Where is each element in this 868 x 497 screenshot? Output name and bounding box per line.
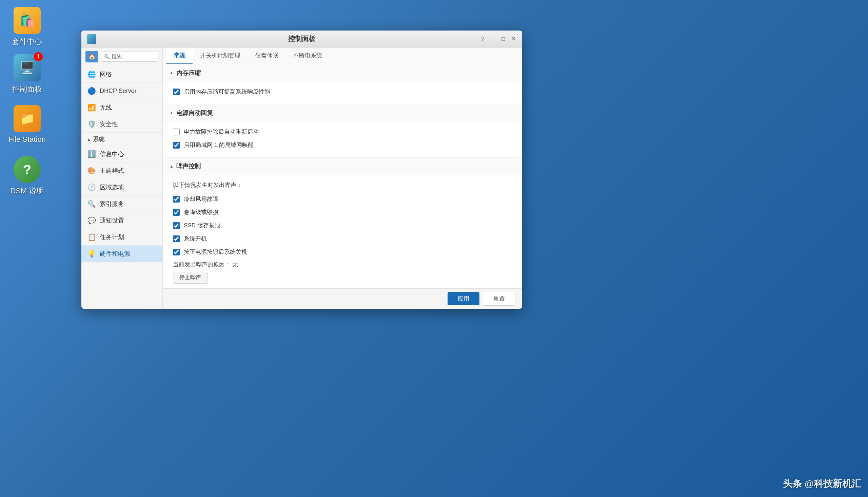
section-memory-header[interactable]: ▲ 内存压缩	[163, 64, 522, 82]
index-service-icon: 🔍	[87, 199, 96, 209]
sidebar-item-region-label: 区域选项	[100, 183, 124, 191]
sidebar-item-wireless-label: 无线	[100, 103, 112, 112]
control-panel-badge: 1	[34, 52, 43, 61]
memory-section-title: 内存压缩	[176, 69, 201, 77]
minimize-button[interactable]: ─	[490, 36, 496, 42]
dsm-help-icon: ?	[14, 156, 41, 183]
checkbox-enable-compression-label: 启用内存压缩可提高系统响应性能	[184, 88, 270, 96]
sidebar-item-notify[interactable]: 💬 通知设置	[82, 212, 162, 229]
beep-section-title: 哔声控制	[176, 162, 201, 170]
sidebar-item-dhcp[interactable]: 🔵 DHCP Server	[82, 83, 162, 99]
reset-button[interactable]: 重置	[483, 292, 515, 306]
sidebar-item-security-label: 安全性	[100, 120, 118, 128]
titlebar: 控制面板 ? ─ □ ✕	[82, 30, 522, 47]
memory-section-body: 启用内存压缩可提高系统响应性能	[163, 82, 522, 104]
checkbox-auto-restart-input[interactable]	[173, 129, 180, 136]
sidebar-item-region[interactable]: 🕐 区域选项	[82, 179, 162, 196]
section-beep-header[interactable]: ▲ 哔声控制	[163, 157, 522, 175]
sidebar: 🏠 🔍 🌐 网络 🔵 DHCP Server 📶 无线 🛡️	[82, 47, 163, 309]
region-icon: 🕐	[87, 183, 96, 192]
security-icon: 🛡️	[87, 119, 96, 129]
theme-icon: 🎨	[87, 166, 96, 175]
main-content: 常规 开关机计划管理 硬盘休眠 不断电系统 ▲ 内存压缩 启用内存压缩可	[163, 47, 522, 309]
sidebar-item-task[interactable]: 📋 任务计划	[82, 229, 162, 246]
dhcp-icon: 🔵	[87, 86, 96, 96]
current-beep-value: 无	[232, 261, 238, 268]
package-center-label: 套件中心	[12, 37, 42, 47]
checkbox-system-startup-label: 系统开机	[184, 235, 207, 243]
checkbox-enable-compression-input[interactable]	[173, 88, 180, 95]
search-input[interactable]	[111, 53, 155, 60]
checkbox-fan-fail-label: 冷却风扇故障	[184, 195, 218, 203]
sidebar-item-network-label: 网络	[100, 70, 112, 79]
notify-icon: 💬	[87, 216, 96, 225]
checkbox-volume-degrade: 卷降级或毁损	[173, 205, 512, 219]
power-section-arrow-icon: ▲	[170, 111, 174, 115]
tabs-bar: 常规 开关机计划管理 硬盘休眠 不断电系统	[163, 47, 522, 64]
task-icon: 📋	[87, 232, 96, 242]
checkbox-auto-restart: 电力故障排除后自动重新启动	[173, 125, 512, 138]
beep-section-body: 以下情况发生时发出哔声： 冷却风扇故障 卷降级或毁损 SSD 缓存损毁	[163, 175, 522, 288]
close-button[interactable]: ✕	[510, 36, 517, 42]
section-power-header[interactable]: ▲ 电源自动回复	[163, 104, 522, 122]
checkbox-system-startup-input[interactable]	[173, 236, 180, 242]
sidebar-item-theme[interactable]: 🎨 主题样式	[82, 162, 162, 179]
sidebar-item-network[interactable]: 🌐 网络	[82, 66, 162, 83]
sidebar-search-bar: 🏠 🔍	[82, 47, 162, 66]
package-center-icon: 🛍️	[14, 7, 41, 34]
tab-ups[interactable]: 不断电系统	[286, 47, 329, 64]
sidebar-item-hardware-label: 硬件和电源	[100, 250, 130, 258]
sidebar-section-system[interactable]: ▲ 系统	[82, 133, 162, 146]
stop-beep-button[interactable]: 停止哔声	[173, 272, 207, 284]
sidebar-item-notify-label: 通知设置	[100, 216, 124, 225]
section-memory-compression: ▲ 内存压缩 启用内存压缩可提高系统响应性能	[163, 64, 522, 104]
section-beep-control: ▲ 哔声控制 以下情况发生时发出哔声： 冷却风扇故障 卷降级或毁损	[163, 157, 522, 288]
sidebar-item-index-service[interactable]: 🔍 索引服务	[82, 196, 162, 212]
hardware-power-icon: 💡	[87, 249, 96, 258]
window-title: 控制面板	[288, 34, 315, 43]
desktop-icon-file-station[interactable]: 📁 File Station	[7, 105, 47, 144]
help-button[interactable]: ?	[480, 36, 486, 42]
checkbox-fan-fail-input[interactable]	[173, 196, 180, 202]
section-arrow-icon: ▲	[87, 137, 91, 142]
desktop-icon-dsm-help[interactable]: ? DSM 说明	[7, 156, 47, 196]
window-body: 🏠 🔍 🌐 网络 🔵 DHCP Server 📶 无线 🛡️	[82, 47, 522, 309]
section-power-recovery: ▲ 电源自动回复 电力故障排除后自动重新启动 启用局域网 1 的局域网唤醒	[163, 104, 522, 157]
home-button[interactable]: 🏠	[86, 51, 98, 62]
checkbox-power-off: 按下电源按钮后系统关机	[173, 245, 512, 258]
checkbox-volume-degrade-input[interactable]	[173, 209, 180, 216]
sidebar-item-task-label: 任务计划	[100, 233, 124, 241]
desktop-icon-control-panel[interactable]: 🖥️ 1 控制面板	[7, 54, 47, 94]
sidebar-item-info-center[interactable]: ℹ️ 信息中心	[82, 146, 162, 162]
sidebar-item-index-label: 索引服务	[100, 200, 124, 208]
power-section-body: 电力故障排除后自动重新启动 启用局域网 1 的局域网唤醒	[163, 122, 522, 157]
sidebar-item-wireless[interactable]: 📶 无线	[82, 99, 162, 116]
checkbox-ssd-cache-input[interactable]	[173, 222, 180, 229]
checkbox-power-off-label: 按下电源按钮后系统关机	[184, 248, 247, 256]
checkbox-system-startup: 系统开机	[173, 232, 512, 245]
checkbox-wol: 启用局域网 1 的局域网唤醒	[173, 138, 512, 152]
checkbox-ssd-cache-label: SSD 缓存损毁	[184, 222, 220, 229]
file-station-label: File Station	[9, 135, 46, 144]
tab-startup[interactable]: 开关机计划管理	[193, 47, 248, 64]
current-beep-label: 当前发出哔声的原因：	[173, 261, 231, 268]
sidebar-item-hardware-power[interactable]: 💡 硬件和电源	[82, 246, 162, 262]
checkbox-volume-degrade-label: 卷降级或毁损	[184, 208, 218, 216]
window-icon	[87, 34, 96, 44]
control-panel-label: 控制面板	[12, 84, 42, 94]
maximize-button[interactable]: □	[500, 36, 506, 42]
checkbox-wol-input[interactable]	[173, 142, 180, 148]
beep-sub-label: 以下情况发生时发出哔声：	[173, 179, 512, 193]
apply-button[interactable]: 应用	[447, 292, 480, 305]
desktop-icon-package-center[interactable]: 🛍️ 套件中心	[7, 7, 47, 47]
tab-hibernate[interactable]: 硬盘休眠	[248, 47, 286, 64]
search-input-wrap: 🔍	[101, 52, 158, 62]
checkbox-power-off-input[interactable]	[173, 248, 180, 255]
checkbox-enable-compression: 启用内存压缩可提高系统响应性能	[173, 85, 512, 98]
checkbox-auto-restart-label: 电力故障排除后自动重新启动	[184, 128, 259, 136]
tab-general[interactable]: 常规	[166, 47, 193, 64]
sidebar-item-security[interactable]: 🛡️ 安全性	[82, 116, 162, 133]
sidebar-item-info-center-label: 信息中心	[100, 150, 124, 158]
window-controls: ? ─ □ ✕	[480, 36, 517, 42]
control-panel-icon: 🖥️ 1	[14, 54, 41, 82]
